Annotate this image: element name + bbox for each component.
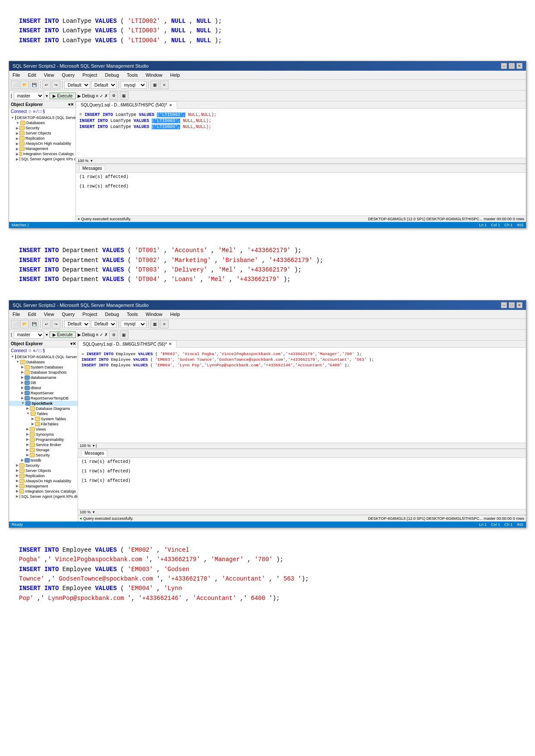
menu-help-2[interactable]: Help: [169, 311, 182, 318]
execute-button-2[interactable]: ▶ Execute: [50, 331, 76, 338]
save-btn-2[interactable]: 💾: [30, 320, 38, 328]
results3-btn-2[interactable]: ▦: [120, 331, 128, 339]
oe-security-spock[interactable]: ▶ Security: [9, 453, 78, 458]
minimize-button[interactable]: ─: [501, 63, 507, 69]
redo-btn[interactable]: ↪: [52, 81, 60, 89]
minimize-button-2[interactable]: ─: [501, 302, 507, 308]
menu-query[interactable]: Query: [60, 72, 76, 78]
oe-snapshots[interactable]: ▶ Database Snapshots: [9, 370, 78, 375]
menu-view-2[interactable]: View: [42, 311, 56, 318]
maximize-button-2[interactable]: □: [509, 302, 515, 308]
oe-security-1[interactable]: ▶ Security: [9, 125, 75, 131]
oe-spockbank[interactable]: ▼ SpockBank: [9, 401, 78, 406]
oe-server-objects-1[interactable]: ▶ Server Objects: [9, 131, 75, 136]
menu-file-2[interactable]: File: [11, 311, 22, 318]
new-query-btn-2[interactable]: ⬜: [11, 320, 19, 328]
messages-tab-label[interactable]: Messages: [79, 165, 105, 172]
oe-agent-2[interactable]: ▶ SQL Server Agent (Agent XPs disab): [9, 494, 78, 499]
maximize-button[interactable]: □: [509, 63, 515, 69]
db-select-1[interactable]: master: [14, 92, 44, 100]
oe-server-2[interactable]: ▼ DESKTOP-6G6MGL5 (SQL Server 12.0.4): [9, 354, 78, 359]
results-btn-2[interactable]: ▦: [150, 320, 159, 328]
oe-servicebroker[interactable]: ▶ Service Broker: [9, 442, 78, 447]
redo-btn-2[interactable]: ↪: [52, 320, 60, 328]
oe-alwayson-2[interactable]: ▶ AlwaysOn High Availability: [9, 478, 78, 484]
oe-reportserver[interactable]: ▶ ReportServer: [9, 390, 78, 396]
tab-close-2[interactable]: ✕: [169, 342, 172, 346]
oe-management-1[interactable]: ▶ Management: [9, 146, 75, 151]
tab-close-1[interactable]: ✕: [169, 103, 172, 107]
menu-debug[interactable]: Debug: [103, 72, 121, 78]
menu-window[interactable]: Window: [144, 72, 164, 78]
ssms-menubar-1[interactable]: File Edit View Query Project Debug Tools…: [9, 71, 526, 80]
oe-toolbar-1[interactable]: Connect ☆ ≡ ∕ □ §: [9, 108, 75, 115]
oe-reportservertemp[interactable]: ▶ ReportServerTempDB: [9, 396, 78, 401]
server-dropdown-2[interactable]: mysql: [121, 320, 147, 328]
oe-replication-2[interactable]: ▶ Replication: [9, 473, 78, 478]
undo-btn[interactable]: ↩: [42, 81, 51, 89]
query-editor-1[interactable]: = INSERT INTO LoanType VALUES ('LTID002'…: [76, 109, 526, 158]
oe-diagrams[interactable]: ▶ Database Diagrams: [9, 406, 78, 411]
parse-btn[interactable]: ⚙: [110, 91, 118, 100]
oe-databases-2[interactable]: ▼ Databases: [9, 359, 78, 365]
oe-databases-1[interactable]: ▼ Databases: [9, 120, 75, 125]
new-query-btn[interactable]: ⬜: [11, 81, 19, 89]
oe-storage[interactable]: ▶ Storage: [9, 447, 78, 453]
save-btn[interactable]: 💾: [30, 81, 38, 89]
messages-tab-label-2[interactable]: Messages: [81, 450, 107, 456]
oe-alwayson-1[interactable]: ▶ AlwaysOn High Availability: [9, 141, 75, 146]
default-dropdown-2[interactable]: Default: [91, 81, 117, 89]
menu-debug-2[interactable]: Debug: [103, 311, 121, 318]
oe-synonyms[interactable]: ▶ Synonyms: [9, 432, 78, 437]
oe-dbtest[interactable]: ▶ dbtest: [9, 385, 78, 390]
open-btn[interactable]: 📂: [20, 81, 29, 89]
close-button[interactable]: ✕: [516, 63, 522, 69]
oe-toolbar-2[interactable]: Connect ☆ ≡ ∕ □ §: [9, 347, 78, 354]
oe-programmability[interactable]: ▶ Programmability: [9, 437, 78, 442]
oe-sys-tables[interactable]: ▶ System Tables: [9, 416, 78, 422]
oe-db[interactable]: ▶ DB: [9, 380, 78, 385]
menu-edit[interactable]: Edit: [26, 72, 38, 78]
oe-filetables[interactable]: ▶ FileTables: [9, 422, 78, 427]
results-btn[interactable]: ▦: [150, 81, 159, 89]
menu-project-2[interactable]: Project: [81, 311, 99, 318]
default-dropdown-2b[interactable]: Default: [91, 320, 117, 328]
ssms-controls-2[interactable]: ─ □ ✕: [501, 302, 522, 308]
execute-button-1[interactable]: ▶ Execute: [50, 93, 76, 99]
connect-btn[interactable]: Connect ☆ ≡ ∕ □ §: [11, 109, 45, 114]
oe-testdb[interactable]: ▶ testdb: [9, 458, 78, 463]
oe-server-1[interactable]: ▼ DESKTOP-6G6MGL5 (SQL Server 12.0.4): [9, 115, 75, 120]
server-dropdown[interactable]: mysql: [121, 81, 147, 89]
results2-btn-2[interactable]: ≡: [160, 320, 169, 328]
oe-management-2[interactable]: ▶ Management: [9, 484, 78, 489]
query-editor-2[interactable]: = INSERT INTO Employee VALUES ( 'EM002',…: [78, 348, 526, 443]
menu-window-2[interactable]: Window: [144, 311, 164, 318]
oe-sys-databases[interactable]: ▶ System Databases: [9, 365, 78, 370]
menu-project[interactable]: Project: [81, 72, 99, 78]
oe-tables[interactable]: ▼ Tables: [9, 411, 78, 416]
oe-server-objects-2[interactable]: ▶ Server Objects: [9, 468, 78, 473]
query-tab-2[interactable]: SQLQuery1.sql - D...6M6GL5\THISPC (56)* …: [78, 341, 177, 348]
oe-integration-1[interactable]: ▶ Integration Services Catalogs: [9, 151, 75, 156]
close-button-2[interactable]: ✕: [516, 302, 522, 308]
default-dropdown-1[interactable]: Default: [64, 81, 90, 89]
results2-btn[interactable]: ≡: [160, 81, 169, 89]
oe-views[interactable]: ▶ Views: [9, 427, 78, 432]
db-select-2[interactable]: master: [14, 331, 44, 339]
oe-integration-2[interactable]: ▶ Integration Services Catalogs: [9, 489, 78, 494]
oe-dbname[interactable]: ▶ databasename: [9, 375, 78, 380]
open-btn-2[interactable]: 📂: [20, 320, 29, 328]
menu-edit-2[interactable]: Edit: [26, 311, 38, 318]
default-dropdown-2a[interactable]: Default: [64, 320, 90, 328]
undo-btn-2[interactable]: ↩: [42, 320, 51, 328]
menu-view[interactable]: View: [42, 72, 56, 78]
menu-query-2[interactable]: Query: [60, 311, 76, 318]
menu-file[interactable]: File: [11, 72, 22, 78]
menu-tools-2[interactable]: Tools: [125, 311, 140, 318]
connect-btn-2[interactable]: Connect ☆ ≡ ∕ □ §: [11, 348, 45, 353]
oe-security-2[interactable]: ▶ Security: [9, 463, 78, 468]
menu-tools[interactable]: Tools: [125, 72, 140, 78]
query-tab-1[interactable]: SQLQuery1.sql - D...6M6GL5\THISPC (540)*…: [76, 101, 177, 109]
parse-btn-2[interactable]: ⚙: [110, 331, 118, 339]
oe-replication-1[interactable]: ▶ Replication: [9, 136, 75, 141]
